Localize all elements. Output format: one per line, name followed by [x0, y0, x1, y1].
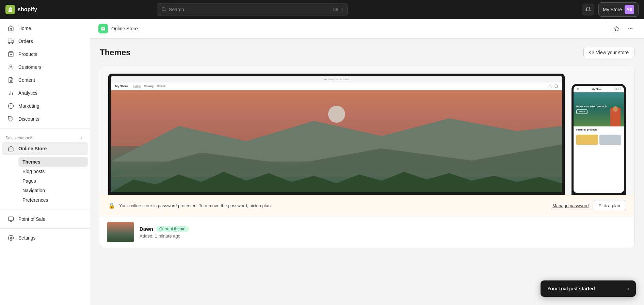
store-icon — [100, 26, 106, 31]
pin-button[interactable] — [611, 23, 622, 34]
navigation-label: Navigation — [22, 188, 45, 193]
shopify-bag-icon — [5, 5, 15, 14]
svg-rect-1 — [8, 39, 12, 42]
svg-point-24 — [549, 85, 551, 87]
search-icon — [161, 7, 166, 13]
sidebar-item-orders-label: Orders — [18, 39, 33, 44]
mock-mobile-person-head — [613, 106, 618, 112]
eye-icon — [589, 50, 594, 55]
sidebar-subitem-preferences[interactable]: Preferences — [18, 195, 88, 205]
trial-chevron-icon: › — [627, 286, 629, 291]
sidebar-item-content[interactable]: Content — [2, 74, 88, 87]
mock-mobile-featured-label: Featured products — [574, 126, 624, 133]
main-content: Online Store Themes View your store — [90, 19, 644, 305]
sidebar-item-online-store[interactable]: Online Store — [2, 142, 88, 155]
store-header-bar: Online Store — [90, 19, 644, 39]
browser-url-bar: Welcome to our store — [111, 76, 562, 82]
settings-label: Settings — [18, 235, 36, 241]
page-title: Themes — [100, 48, 131, 57]
marketing-icon — [7, 103, 14, 109]
current-theme-badge: Current theme — [156, 226, 189, 232]
mock-mobile-hero-text: Browse our latest products — [576, 105, 607, 108]
view-store-button[interactable]: View your store — [583, 47, 634, 58]
svg-point-0 — [162, 7, 165, 10]
svg-point-3 — [9, 42, 10, 44]
theme-info: Dawn Current theme Added: 1 minute ago — [140, 226, 627, 239]
chevron-right-icon — [79, 135, 84, 141]
sidebar-item-settings[interactable]: Settings — [2, 231, 88, 244]
products-icon — [7, 51, 14, 58]
home-icon — [7, 25, 14, 32]
sidebar-subitem-navigation[interactable]: Navigation — [18, 186, 88, 195]
mobile-screen: My Store Browse our latest products Shop… — [574, 86, 624, 193]
themes-label: Themes — [22, 159, 41, 165]
sidebar-item-customers-label: Customers — [18, 64, 42, 70]
password-banner-message: Your online store is password protected.… — [119, 203, 548, 208]
sidebar-item-home-label: Home — [18, 26, 31, 31]
sidebar-subitem-pages[interactable]: Pages — [18, 176, 88, 186]
theme-added-meta: Added: 1 minute ago — [140, 233, 627, 239]
sidebar-item-products-label: Products — [18, 51, 37, 57]
password-protection-banner: 🔒 Your online store is password protecte… — [100, 195, 634, 216]
mock-cart-icon — [554, 85, 558, 88]
sidebar-item-products[interactable]: Products — [2, 48, 88, 61]
store-switcher-button[interactable]: My Store MS — [598, 2, 639, 17]
sidebar-item-analytics[interactable]: Analytics — [2, 87, 88, 100]
discounts-icon — [7, 116, 14, 122]
shopify-wordmark: shopify — [18, 6, 37, 13]
store-name: My Store — [603, 7, 622, 12]
theme-thumbnail — [107, 222, 134, 242]
pick-plan-button[interactable]: Pick a plan — [593, 200, 626, 211]
lock-icon: 🔒 — [108, 202, 115, 209]
top-navigation: shopify Search Ctrl K My Store MS — [0, 0, 644, 19]
sidebar-item-home[interactable]: Home — [2, 22, 88, 35]
svg-point-21 — [630, 28, 631, 29]
mock-mobile-shop-btn: Shop all — [576, 109, 587, 114]
svg-point-19 — [10, 237, 12, 239]
shopify-logo: shopify — [5, 5, 37, 14]
more-options-button[interactable] — [625, 23, 636, 34]
online-store-icon — [7, 145, 14, 152]
theme-preview-area: Welcome to our store My Store Home Catal… — [100, 65, 634, 195]
mock-nav-icons — [548, 85, 558, 88]
sidebar-subitem-themes[interactable]: Themes — [18, 157, 88, 167]
online-store-label: Online Store — [18, 146, 47, 151]
sidebar-divider-2 — [0, 210, 90, 210]
ellipsis-icon — [628, 26, 633, 31]
mock-mobile-overlay: Browse our latest products Shop all — [576, 105, 607, 114]
sidebar-item-point-of-sale[interactable]: Point of Sale — [2, 213, 88, 226]
sidebar-item-discounts[interactable]: Discounts — [2, 112, 88, 125]
theme-preview-card: Welcome to our store My Store Home Catal… — [100, 65, 634, 248]
pos-icon — [7, 216, 14, 223]
sidebar-item-marketing[interactable]: Marketing — [2, 100, 88, 112]
search-bar[interactable]: Search Ctrl K — [157, 3, 348, 16]
mock-mobile-product-1 — [576, 135, 598, 145]
mock-mobile-nav: My Store — [574, 86, 624, 92]
notifications-button[interactable] — [582, 3, 594, 16]
trial-toast-message: Your trial just started — [547, 286, 595, 291]
mock-nav-contact: Contact — [157, 85, 166, 88]
svg-point-23 — [591, 52, 592, 53]
svg-point-4 — [12, 42, 13, 44]
desktop-screen: Welcome to our store My Store Home Catal… — [111, 76, 562, 192]
sidebar-item-discounts-label: Discounts — [18, 116, 39, 122]
manage-password-link[interactable]: Manage password — [552, 203, 589, 208]
mock-mobile-brand: My Store — [580, 88, 613, 90]
mock-mobile-hero: Browse our latest products Shop all — [574, 92, 624, 126]
customers-icon — [7, 64, 14, 71]
topnav-right: My Store MS — [582, 2, 639, 17]
sales-channels-label: Sales channels — [5, 136, 33, 140]
sidebar: Home Orders Products Customers Content — [0, 19, 90, 305]
view-store-label: View your store — [596, 50, 629, 55]
sidebar-item-orders[interactable]: Orders — [2, 35, 88, 48]
svg-point-28 — [615, 88, 616, 90]
pos-label: Point of Sale — [18, 216, 45, 222]
pin-icon — [614, 26, 619, 31]
sidebar-subitem-blog-posts[interactable]: Blog posts — [18, 167, 88, 176]
sidebar-item-customers[interactable]: Customers — [2, 61, 88, 74]
sidebar-item-analytics-label: Analytics — [18, 90, 37, 96]
trial-toast[interactable]: Your trial just started › — [541, 280, 636, 297]
mock-brand: My Store — [115, 85, 128, 88]
preferences-label: Preferences — [22, 197, 48, 203]
sidebar-divider-3 — [0, 228, 90, 229]
